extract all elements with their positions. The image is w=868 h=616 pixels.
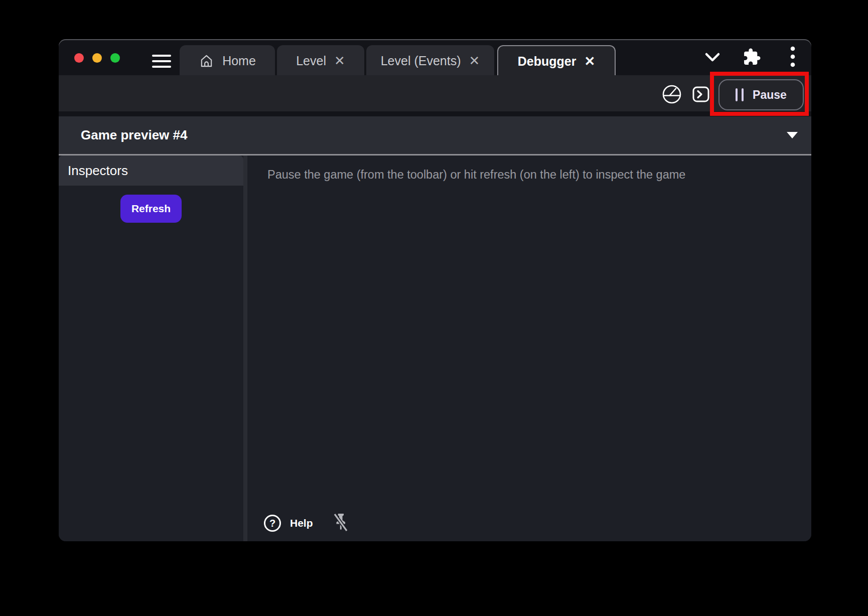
inspectors-header: Inspectors — [59, 156, 243, 186]
dropdown-caret-icon[interactable] — [787, 132, 798, 138]
debugger-toolbar: Pause — [59, 75, 811, 111]
tab-label: Debugger — [518, 54, 576, 69]
close-tab-icon[interactable]: ✕ — [584, 55, 595, 68]
panel-resize-handle[interactable] — [243, 156, 247, 541]
inspectors-title: Inspectors — [68, 163, 128, 179]
empty-state-message: Pause the game (from the toolbar) or hit… — [267, 168, 685, 182]
close-tab-icon[interactable]: ✕ — [334, 54, 345, 67]
console-icon[interactable] — [691, 84, 711, 106]
question-circle-icon: ? — [263, 514, 282, 533]
tab-label: Level — [296, 54, 326, 68]
profiler-gauge-icon[interactable] — [661, 83, 683, 107]
tab-level-events[interactable]: Level (Events) ✕ — [366, 45, 494, 76]
tab-bar: Home Level ✕ Level (Events) ✕ Debugger ✕ — [59, 39, 811, 76]
window-controls — [74, 53, 120, 63]
pause-icon — [736, 88, 744, 101]
inspector-content-area: Pause the game (from the toolbar) or hit… — [247, 156, 811, 541]
debugger-content: Inspectors Refresh Pause the game (from … — [59, 156, 811, 541]
kebab-menu-icon[interactable] — [790, 46, 796, 70]
game-preview-title: Game preview #4 — [81, 116, 187, 154]
chevron-down-icon[interactable] — [703, 50, 722, 67]
tab-label: Home — [222, 54, 256, 68]
tab-debugger[interactable]: Debugger ✕ — [497, 45, 616, 76]
tab-level[interactable]: Level ✕ — [277, 45, 364, 76]
home-icon — [199, 53, 214, 69]
minimize-window-button[interactable] — [92, 53, 102, 63]
bottom-actions: ? Help — [263, 511, 350, 535]
game-preview-dropdown[interactable]: Game preview #4 — [59, 116, 811, 156]
inspectors-sidebar: Inspectors Refresh — [59, 156, 243, 541]
tab-label: Level (Events) — [381, 54, 461, 68]
help-button[interactable]: ? Help — [263, 514, 313, 533]
pause-button-label: Pause — [753, 88, 787, 102]
extensions-puzzle-icon[interactable] — [743, 48, 761, 68]
maximize-window-button[interactable] — [110, 53, 120, 63]
close-tab-icon[interactable]: ✕ — [469, 54, 480, 67]
svg-text:?: ? — [269, 518, 275, 529]
close-window-button[interactable] — [74, 53, 84, 63]
tab-list: Home Level ✕ Level (Events) ✕ Debugger ✕ — [180, 45, 616, 76]
hamburger-menu-icon[interactable] — [152, 55, 171, 71]
tab-home[interactable]: Home — [180, 45, 275, 76]
refresh-button[interactable]: Refresh — [120, 195, 182, 223]
pause-button[interactable]: Pause — [718, 79, 804, 110]
help-label: Help — [290, 517, 313, 529]
unpin-icon[interactable] — [331, 511, 350, 535]
app-window: Home Level ✕ Level (Events) ✕ Debugger ✕ — [59, 39, 811, 541]
